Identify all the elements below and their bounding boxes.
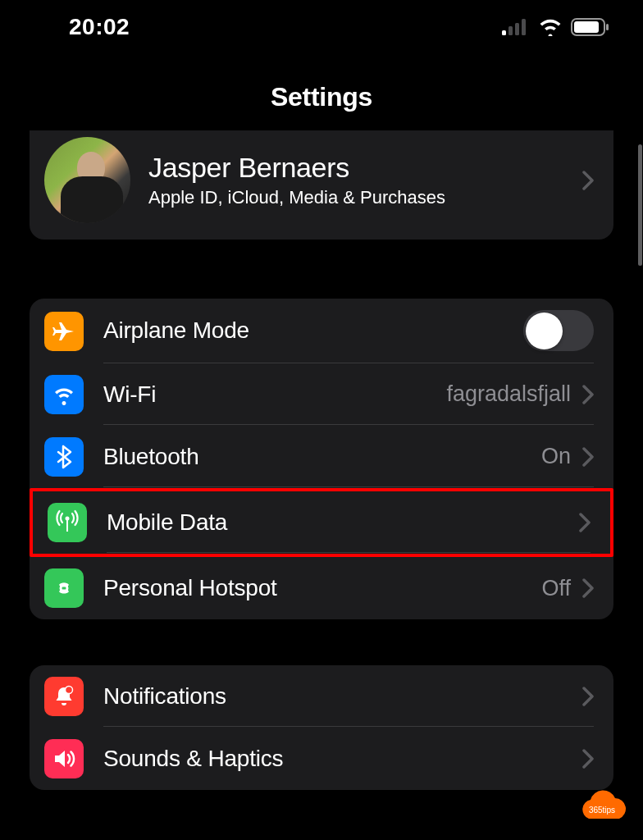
svg-rect-1 [508, 26, 513, 35]
avatar [44, 137, 130, 223]
notifications-label: Notifications [103, 683, 582, 710]
status-time: 20:02 [33, 14, 130, 40]
profile-text: Jasper Bernaers Apple ID, iCloud, Media … [148, 152, 582, 208]
hotspot-icon [44, 568, 84, 608]
bluetooth-label: Bluetooth [103, 444, 541, 470]
battery-icon [571, 18, 610, 36]
wifi-icon [44, 375, 84, 414]
airplane-icon [44, 312, 84, 351]
header: Settings [0, 49, 643, 130]
mobile-data-icon [48, 503, 87, 542]
airplane-label: Airplane Mode [103, 317, 523, 344]
wifi-label: Wi-Fi [103, 381, 446, 408]
personal-hotspot-row[interactable]: Personal Hotspot Off [30, 557, 613, 619]
wifi-status-icon [538, 18, 563, 36]
airplane-mode-row[interactable]: Airplane Mode [30, 299, 613, 363]
status-bar: 20:02 [0, 0, 643, 49]
svg-rect-7 [66, 519, 68, 532]
sounds-label: Sounds & Haptics [103, 746, 582, 772]
svg-rect-0 [502, 30, 506, 35]
badge-text: 365tips [589, 806, 615, 815]
notifications-icon [44, 677, 84, 716]
wifi-value: fagradalsfjall [446, 381, 571, 407]
scrollbar[interactable] [638, 144, 642, 266]
connectivity-section: Airplane Mode Wi-Fi fagradalsfjall Bluet… [30, 299, 613, 619]
wifi-row[interactable]: Wi-Fi fagradalsfjall [30, 363, 613, 426]
chevron-right-icon [579, 513, 591, 532]
profile-section: Jasper Bernaers Apple ID, iCloud, Media … [30, 130, 613, 240]
mobile-data-row[interactable]: Mobile Data [30, 488, 613, 557]
profile-row[interactable]: Jasper Bernaers Apple ID, iCloud, Media … [30, 130, 613, 240]
watermark-badge: 365tips [572, 788, 632, 829]
svg-rect-2 [515, 23, 519, 35]
chevron-right-icon [582, 687, 594, 706]
svg-rect-5 [574, 21, 599, 33]
chevron-right-icon [582, 578, 594, 598]
sounds-icon [44, 739, 84, 778]
bluetooth-value: On [541, 444, 571, 469]
notifications-row[interactable]: Notifications [30, 665, 613, 728]
page-title: Settings [0, 82, 643, 112]
notifications-section: Notifications Sounds & Haptics [30, 665, 613, 790]
svg-point-11 [66, 687, 73, 694]
bluetooth-row[interactable]: Bluetooth On [30, 426, 613, 488]
cellular-icon [502, 19, 530, 35]
sounds-row[interactable]: Sounds & Haptics [30, 728, 613, 790]
hotspot-label: Personal Hotspot [103, 575, 541, 601]
svg-point-8 [66, 517, 70, 521]
profile-name: Jasper Bernaers [148, 152, 582, 184]
profile-subtitle: Apple ID, iCloud, Media & Purchases [148, 187, 582, 208]
mobile-data-label: Mobile Data [107, 509, 579, 536]
chevron-right-icon [582, 447, 594, 467]
svg-rect-6 [606, 24, 609, 30]
bluetooth-icon [44, 437, 84, 477]
airplane-toggle[interactable] [523, 310, 594, 351]
chevron-right-icon [582, 749, 594, 769]
svg-rect-3 [522, 19, 526, 35]
chevron-right-icon [582, 171, 594, 190]
chevron-right-icon [582, 385, 594, 404]
hotspot-value: Off [541, 576, 571, 601]
status-icons [502, 18, 610, 36]
